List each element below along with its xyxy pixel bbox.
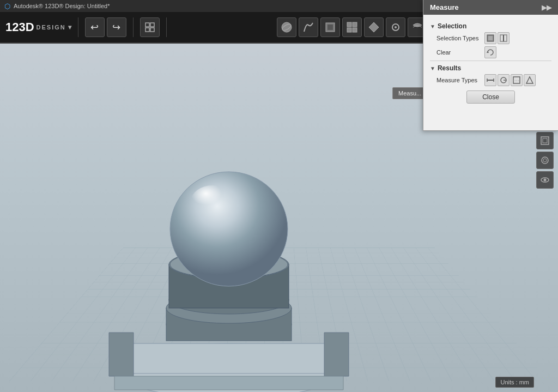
modify-button[interactable] [342, 17, 362, 37]
app-logo: 123D DESIGN ▾ [5, 20, 71, 34]
panel-header-icons: ▶▶ [542, 4, 551, 11]
panel-divider-1 [430, 61, 551, 61]
titlebar-left: ⬡ Autodesk® 123D® Design: Untitled* [4, 2, 110, 10]
separator-1 [78, 17, 78, 37]
perspective-button[interactable] [536, 152, 554, 169]
svg-marker-21 [324, 333, 349, 376]
selection-types-label: Selection Types [436, 35, 480, 41]
clear-buttons [484, 46, 496, 58]
panel-body: ▼ Selection Selection Types Clear [423, 15, 558, 110]
svg-rect-47 [488, 36, 493, 40]
visibility-button[interactable] [536, 171, 554, 189]
logo-caret[interactable]: ▾ [68, 23, 71, 31]
app-title: Autodesk® 123D® Design: Untitled* [14, 3, 110, 9]
svg-marker-58 [526, 77, 533, 83]
svg-marker-22 [114, 376, 343, 390]
grid-tool-button[interactable] [140, 17, 160, 37]
measure-type-buttons [484, 74, 536, 86]
svg-rect-10 [347, 28, 351, 32]
svg-rect-0 [145, 23, 149, 27]
svg-rect-40 [541, 137, 549, 144]
edge-selection-button[interactable] [498, 32, 510, 44]
svg-rect-8 [347, 22, 351, 27]
3d-object: 75 80 [87, 164, 371, 392]
measure-radial-button[interactable] [498, 74, 510, 86]
app-icon: ⬡ [4, 2, 10, 10]
svg-rect-11 [353, 28, 357, 32]
svg-point-42 [542, 157, 548, 164]
results-label: Results [438, 64, 461, 72]
selection-type-buttons [484, 32, 510, 44]
measure-area-button[interactable] [511, 74, 523, 86]
units-badge: Units : mm [495, 377, 534, 388]
panel-header: Measure ▶▶ [423, 0, 558, 15]
panel-expand-icon[interactable]: ▶▶ [542, 4, 551, 11]
svg-rect-2 [145, 28, 149, 32]
face-selection-button[interactable] [484, 32, 496, 44]
logo-123d: 123D [5, 20, 34, 34]
measure-types-label: Measure Types [436, 77, 480, 83]
svg-rect-3 [150, 28, 154, 32]
measure-types-row: Measure Types [430, 74, 551, 86]
svg-rect-1 [150, 23, 154, 27]
selection-section-header: ▼ Selection [430, 22, 551, 30]
separator-3 [166, 17, 167, 37]
svg-rect-7 [327, 25, 333, 30]
svg-rect-19 [114, 343, 343, 373]
clear-label: Clear [436, 49, 480, 56]
logo-design: DESIGN [37, 24, 66, 31]
selection-arrow-icon[interactable]: ▼ [430, 23, 435, 29]
selection-label: Selection [438, 22, 466, 30]
panel-title: Measure [430, 3, 459, 11]
undo-button[interactable]: ↩ [85, 17, 105, 37]
results-arrow-icon[interactable]: ▼ [430, 65, 435, 71]
svg-marker-20 [109, 333, 134, 376]
svg-point-45 [544, 179, 547, 182]
results-section-header: ▼ Results [430, 64, 551, 72]
sketch-button[interactable] [299, 17, 318, 37]
close-button[interactable]: Close [466, 91, 515, 104]
fit-view-button[interactable] [536, 132, 554, 149]
measure-linear-button[interactable] [484, 74, 496, 86]
svg-rect-41 [543, 138, 547, 143]
measure-panel: Measure ▶▶ ▼ Selection Selection Types [423, 0, 558, 131]
redo-button[interactable]: ↪ [107, 17, 126, 37]
svg-point-30 [170, 172, 288, 286]
clear-button[interactable] [484, 46, 496, 58]
separator-2 [133, 17, 134, 37]
measure-active-tab[interactable]: Measu... [392, 87, 427, 99]
clear-row: Clear [430, 46, 551, 58]
construct-button[interactable] [320, 17, 340, 37]
nav-buttons: ↩ ↪ [85, 17, 126, 37]
svg-point-14 [395, 26, 397, 28]
svg-point-31 [191, 185, 234, 218]
measure-angle-button[interactable] [524, 74, 536, 86]
svg-rect-56 [513, 77, 520, 83]
primitives-button[interactable] [277, 17, 296, 37]
snap-button[interactable] [386, 17, 405, 37]
selection-types-row: Selection Types [430, 32, 551, 44]
svg-point-43 [543, 159, 547, 162]
svg-marker-12 [369, 22, 379, 32]
svg-rect-9 [353, 22, 357, 27]
pattern-button[interactable] [364, 17, 384, 37]
